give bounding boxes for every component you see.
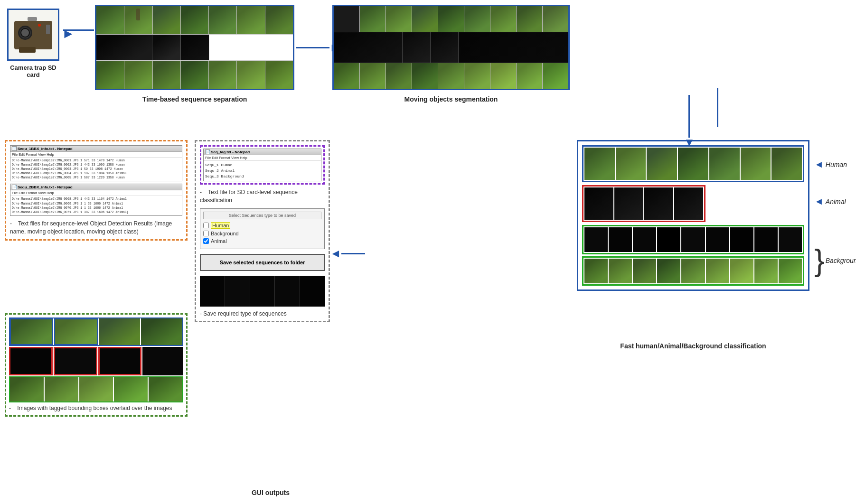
text-file-sd-desc: - Text file for SD card-level sequence c…: [200, 188, 325, 205]
animal-side-label: ◄ Animal: [814, 196, 856, 207]
seq-tag-titlebar: 📄 Seq_tag.txt - Notepad: [204, 149, 321, 155]
text-files-panel: 📄 Sequ_1BBX_info.txt - Notepad File Edit…: [5, 140, 188, 241]
save-desc: - Save required type of sequences: [200, 310, 325, 317]
background-sequence-row-2: [582, 256, 804, 286]
background-sequence-row-1: [582, 225, 804, 254]
preview-strip: [200, 276, 325, 307]
classification-side-labels: ◄ Human ◄ Animal } Background: [814, 152, 856, 276]
text-files-desc: - Text files for sequence-level Object D…: [10, 220, 182, 236]
animal-sequence-row: [582, 185, 705, 222]
bbox-images-desc: - Images with tagged bounding boxes over…: [9, 404, 183, 412]
seq-sep-label: Time-based sequence separation: [95, 95, 294, 103]
bbox-row-1: [9, 317, 183, 346]
checkbox-human[interactable]: [203, 223, 209, 228]
checkbox-background[interactable]: [203, 231, 209, 236]
seq-separation-box: [95, 5, 294, 90]
animal-label: Animal: [211, 238, 227, 244]
notepad-2-menu: File Edit Format View Help: [10, 190, 182, 196]
arrow-1: ►: [62, 26, 75, 41]
bbox-row-3: [9, 376, 183, 402]
background-side-label: } Background: [814, 245, 856, 276]
notepad-1: 📄 Sequ_1BBX_info.txt - Notepad File Edit…: [10, 145, 182, 181]
notepad-1-titlebar: 📄 Sequ_1BBX_info.txt - Notepad: [10, 146, 182, 152]
seq-tag-menu: File Edit Format View Help: [204, 155, 321, 161]
notepad-2-titlebar: 📄 Sequ_2BBX_info.txt - Notepad: [10, 184, 182, 190]
bbox-row-2: [9, 347, 183, 375]
moving-seg-label: Moving objects segmentation: [332, 95, 570, 103]
human-side-label: ◄ Human: [814, 159, 856, 170]
bounding-box-images-panel: - Images with tagged bounding boxes over…: [5, 313, 188, 417]
save-sequences-panel: 📄 Seq_tag.txt - Notepad File Edit Format…: [195, 140, 330, 322]
camera-trap-box: [7, 9, 59, 61]
checkbox-human-row: Human: [203, 222, 321, 229]
checkbox-animal[interactable]: [203, 238, 209, 244]
classification-panel: [577, 140, 809, 291]
select-sequences-title: Select Sequences type to be saved: [203, 212, 321, 219]
gui-outputs-label: GUI outputs: [180, 488, 361, 497]
corner-arrow: [717, 88, 718, 127]
seq-tag-notepad: 📄 Seq_tag.txt - Notepad File Edit Format…: [203, 149, 321, 181]
checkbox-background-row: Background: [203, 231, 321, 236]
purple-notepad-box: 📄 Seq_tag.txt - Notepad File Edit Format…: [200, 145, 325, 185]
classification-panel-label: Fast human/Animal/Background classificat…: [577, 342, 809, 350]
human-label: Human: [211, 222, 230, 229]
select-sequences-box: Select Sequences type to be saved Human …: [200, 208, 325, 249]
human-sequence-row: [582, 145, 804, 182]
notepad-2-content: D:\e-Mammal\GUI\Sample2\IMG_0068.JPG 1 4…: [10, 196, 182, 215]
down-arrow: ▼: [684, 95, 695, 148]
arrow-left: ◄: [330, 247, 365, 260]
arrow-line-1: [63, 29, 94, 31]
notepad-1-menu: File Edit Format View Help: [10, 152, 182, 158]
save-sequences-button[interactable]: Save selected sequences to folder: [200, 254, 325, 271]
moving-objects-box: [332, 5, 570, 90]
seq-tag-content: Sequ_1 Human Sequ_2 Animal Sequ_3 Backgr…: [204, 161, 321, 181]
checkbox-animal-row: Animal: [203, 238, 321, 244]
notepad-2: 📄 Sequ_2BBX_info.txt - Notepad File Edit…: [10, 184, 182, 215]
notepad-1-content: D:\e-Mammal\GUI\Sample2\IMG_0001.JPG 1 5…: [10, 158, 182, 181]
camera-trap-icon: [14, 17, 52, 53]
background-label: Background: [211, 231, 239, 236]
camera-trap-label: Camera trap SD card: [7, 64, 59, 78]
